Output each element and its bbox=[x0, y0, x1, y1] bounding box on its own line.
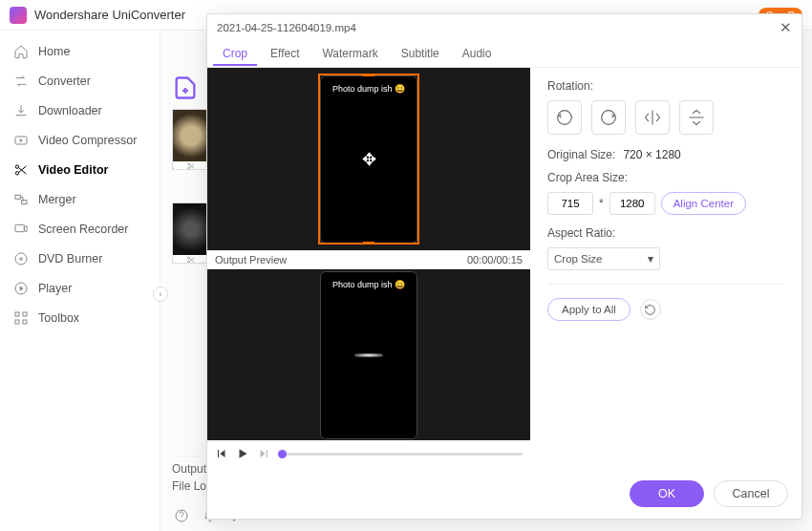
aspect-ratio-label: Aspect Ratio: bbox=[547, 226, 784, 240]
video-overlay-text: Photo dump ish 😄 bbox=[321, 84, 417, 94]
sidebar-item-label: Video Compressor bbox=[38, 134, 137, 147]
svg-point-18 bbox=[558, 111, 572, 125]
sidebar-item-label: Converter bbox=[38, 74, 91, 88]
output-preview: Photo dump ish 😄 bbox=[207, 269, 530, 440]
sidebar-collapse-button[interactable]: ‹ bbox=[153, 287, 168, 302]
original-size-label: Original Size: bbox=[547, 148, 615, 161]
home-icon bbox=[13, 44, 29, 59]
sidebar-item-label: Player bbox=[38, 282, 72, 295]
scissors-icon bbox=[13, 162, 29, 178]
sidebar-item-compressor[interactable]: Video Compressor bbox=[0, 125, 160, 155]
svg-point-6 bbox=[15, 253, 27, 265]
converter-icon bbox=[13, 74, 29, 89]
reset-button[interactable] bbox=[640, 299, 661, 320]
sidebar-item-label: Screen Recorder bbox=[38, 223, 129, 236]
sidebar-item-player[interactable]: Player bbox=[0, 273, 160, 303]
merger-icon bbox=[13, 192, 29, 207]
move-icon: ✥ bbox=[362, 149, 376, 170]
timeline-scrubber[interactable] bbox=[278, 453, 523, 456]
sidebar-item-merger[interactable]: Merger bbox=[0, 184, 160, 214]
crop-preview[interactable]: Photo dump ish 😄 ✥ bbox=[207, 68, 530, 250]
sidebar-item-label: Video Editor bbox=[38, 163, 108, 177]
svg-rect-10 bbox=[23, 312, 27, 316]
tab-effect[interactable]: Effect bbox=[261, 43, 309, 66]
sidebar-item-toolbox[interactable]: Toolbox bbox=[0, 303, 160, 332]
recorder-icon bbox=[13, 222, 29, 237]
play-button[interactable] bbox=[236, 447, 249, 460]
tab-subtitle[interactable]: Subtitle bbox=[392, 43, 449, 66]
modal-filename: 2021-04-25-112604019.mp4 bbox=[217, 22, 356, 33]
crop-height-input[interactable] bbox=[609, 192, 655, 215]
add-file-icon[interactable] bbox=[172, 74, 199, 101]
rotate-cw-button[interactable] bbox=[591, 100, 626, 135]
scissors-icon bbox=[186, 255, 196, 264]
chevron-down-icon: ▾ bbox=[648, 252, 653, 266]
svg-rect-9 bbox=[15, 312, 19, 316]
rotate-ccw-button[interactable] bbox=[547, 100, 582, 135]
video-overlay-text: Photo dump ish 😄 bbox=[321, 280, 417, 289]
sidebar-item-label: Home bbox=[38, 45, 70, 58]
sidebar-item-recorder[interactable]: Screen Recorder bbox=[0, 214, 160, 244]
time-display: 00:00/00:15 bbox=[467, 254, 523, 266]
app-logo bbox=[10, 7, 27, 24]
output-preview-label: Output Preview bbox=[215, 254, 287, 266]
crop-width-input[interactable] bbox=[547, 192, 593, 215]
svg-point-7 bbox=[20, 257, 23, 260]
aspect-ratio-select[interactable]: Crop Size▾ bbox=[547, 247, 660, 270]
rotation-label: Rotation: bbox=[547, 79, 784, 93]
crop-editor-modal: 2021-04-25-112604019.mp4 ✕ Crop Effect W… bbox=[206, 13, 802, 520]
app-title: Wondershare UniConverter bbox=[34, 8, 185, 22]
help-icon[interactable] bbox=[174, 508, 189, 523]
sidebar-item-downloader[interactable]: Downloader bbox=[0, 96, 160, 125]
cancel-button[interactable]: Cancel bbox=[714, 480, 788, 507]
clip-thumbnail[interactable] bbox=[172, 109, 210, 170]
sidebar-item-editor[interactable]: Video Editor bbox=[0, 155, 160, 184]
sidebar-item-label: Downloader bbox=[38, 104, 102, 117]
crop-area-label: Crop Area Size: bbox=[547, 171, 784, 184]
sidebar-item-label: Merger bbox=[38, 193, 76, 206]
align-center-button[interactable]: Align Center bbox=[661, 192, 746, 215]
svg-rect-3 bbox=[15, 195, 20, 199]
clip-thumbnail[interactable] bbox=[172, 202, 210, 264]
tab-audio[interactable]: Audio bbox=[453, 43, 502, 66]
close-icon[interactable]: ✕ bbox=[780, 19, 792, 36]
svg-rect-11 bbox=[15, 320, 19, 324]
original-size-value: 720 × 1280 bbox=[623, 148, 680, 161]
tab-crop[interactable]: Crop bbox=[213, 43, 257, 66]
flip-vertical-button[interactable] bbox=[679, 100, 714, 135]
svg-rect-12 bbox=[23, 320, 27, 324]
tab-watermark[interactable]: Watermark bbox=[312, 43, 387, 66]
svg-rect-4 bbox=[22, 200, 27, 203]
play-icon bbox=[13, 281, 29, 296]
sidebar-item-label: DVD Burner bbox=[38, 252, 102, 266]
sidebar-item-dvd[interactable]: DVD Burner bbox=[0, 244, 160, 273]
disc-icon bbox=[13, 251, 29, 266]
prev-frame-button[interactable] bbox=[215, 447, 228, 460]
sidebar-item-home[interactable]: Home bbox=[0, 36, 160, 66]
download-icon bbox=[13, 103, 29, 118]
scissors-icon bbox=[186, 161, 196, 170]
compressor-icon bbox=[13, 133, 29, 148]
sidebar-item-label: Toolbox bbox=[38, 311, 79, 325]
next-frame-button[interactable] bbox=[257, 447, 270, 460]
sidebar-item-converter[interactable]: Converter bbox=[0, 66, 160, 96]
svg-rect-5 bbox=[15, 224, 24, 231]
ok-button[interactable]: OK bbox=[630, 480, 704, 507]
sidebar: Home Converter Downloader Video Compress… bbox=[0, 31, 160, 531]
svg-point-19 bbox=[602, 111, 616, 125]
apply-to-all-button[interactable]: Apply to All bbox=[547, 298, 630, 321]
flip-horizontal-button[interactable] bbox=[635, 100, 670, 135]
toolbox-icon bbox=[13, 310, 29, 326]
